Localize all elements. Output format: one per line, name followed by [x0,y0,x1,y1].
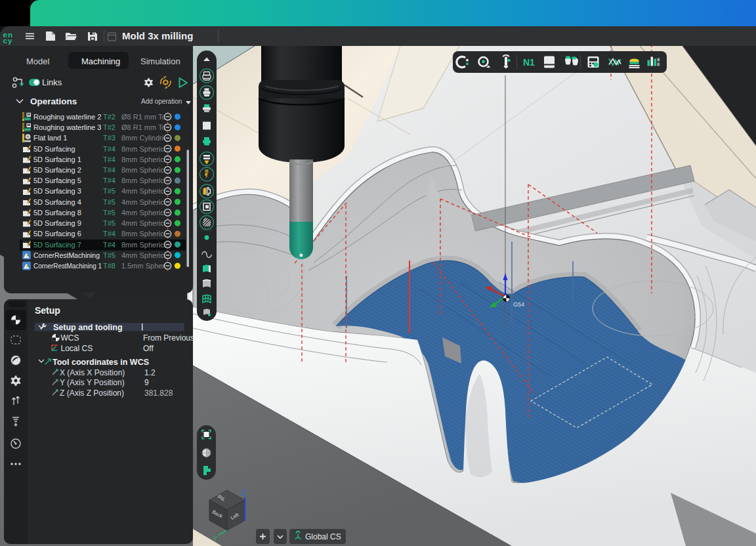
svg-text:5D Surfacing 5: 5D Surfacing 5 [33,177,81,184]
svg-text:Local CS: Local CS [61,344,93,353]
svg-text:Roughing waterline 2: Roughing waterline 2 [33,113,101,121]
svg-text:Tool coordinates in WCS: Tool coordinates in WCS [52,358,149,367]
svg-text:5D Surfacing 1: 5D Surfacing 1 [33,156,81,163]
svg-text:4mm Spherica: 4mm Spherica [121,209,169,217]
svg-text:Setup: Setup [35,305,60,316]
svg-text:T#5: T#5 [103,187,116,195]
svg-text:5D Surfacing 2: 5D Surfacing 2 [33,166,81,174]
svg-text:T#4: T#4 [103,241,116,249]
svg-text:Flat land 1: Flat land 1 [33,134,67,142]
svg-text:T#5: T#5 [103,198,116,206]
svg-text:T#4: T#4 [103,145,116,153]
svg-text:WCS: WCS [61,333,79,343]
svg-text:T#2: T#2 [103,123,116,131]
svg-text:y: y [8,37,12,45]
svg-text:5D Surfacing 9: 5D Surfacing 9 [33,219,81,227]
svg-text:Global CS: Global CS [305,532,341,541]
svg-text:Ø8 R1 mm To‹: Ø8 R1 mm To‹ [121,113,169,121]
svg-text:N1: N1 [523,57,535,68]
svg-text:CornerRestMachining 1: CornerRestMachining 1 [33,262,102,270]
svg-text:8mm Cylindric: 8mm Cylindric [121,134,167,142]
svg-text:T#4: T#4 [103,230,116,238]
svg-text:Mold 3x milling: Mold 3x milling [122,30,193,41]
svg-text:T#4: T#4 [103,156,116,163]
svg-text:T#2: T#2 [103,113,116,121]
svg-text:8mm Spherica: 8mm Spherica [121,241,169,249]
svg-text:8mm Spherica: 8mm Spherica [121,145,169,153]
svg-text:4mm Spherica: 4mm Spherica [121,251,169,259]
svg-text:Z (Axis Z Position): Z (Axis Z Position) [60,388,124,398]
svg-text:Add operation: Add operation [141,98,182,105]
svg-text:CornerRestMachining: CornerRestMachining [33,251,100,259]
svg-text:T#5: T#5 [103,219,116,227]
svg-text:Operations: Operations [30,96,77,106]
svg-text:T#5: T#5 [103,251,116,259]
svg-text:5D Surfacing 8: 5D Surfacing 8 [33,209,81,217]
svg-text:G54: G54 [513,301,524,308]
svg-text:X (Axis X Position): X (Axis X Position) [60,368,125,377]
svg-text:T#3: T#3 [103,134,116,142]
svg-text:Setup and tooling: Setup and tooling [53,323,123,332]
svg-text:9: 9 [144,378,149,387]
svg-text:5D Surfacing 7: 5D Surfacing 7 [33,241,81,249]
svg-text:8mm Spherica: 8mm Spherica [121,230,169,238]
svg-text:Links: Links [42,77,62,87]
svg-text:8mm Spherica: 8mm Spherica [121,177,169,184]
svg-text:T#4: T#4 [103,177,116,184]
svg-text:Ø8 R1 mm To‹: Ø8 R1 mm To‹ [121,123,169,131]
svg-text:c: c [3,37,8,45]
svg-text:T#5: T#5 [103,209,116,217]
svg-text:5D Surfacing 4: 5D Surfacing 4 [33,198,81,206]
svg-text:Off: Off [143,344,154,353]
svg-text:Y: Y [213,535,218,543]
svg-text:1.2: 1.2 [144,368,156,377]
svg-text:5D Surfacing: 5D Surfacing [33,145,75,153]
svg-text:5D Surfacing 3: 5D Surfacing 3 [33,187,81,195]
svg-text:4mm Spherica: 4mm Spherica [121,219,169,227]
svg-text:T#4: T#4 [103,166,116,174]
svg-text:381.828: 381.828 [144,388,173,398]
svg-text:From Previous: From Previous [143,333,193,343]
svg-text:T#8: T#8 [103,262,116,270]
svg-text:4mm Spherica: 4mm Spherica [121,198,169,206]
svg-text:4mm Spherica: 4mm Spherica [121,187,169,195]
svg-text:1.5mm Spheri: 1.5mm Spheri [121,262,166,270]
svg-text:8mm Spherica: 8mm Spherica [121,166,169,174]
svg-text:Z: Z [242,489,246,497]
svg-text:8mm Spherica: 8mm Spherica [121,156,169,163]
svg-text:5D Surfacing 6: 5D Surfacing 6 [33,230,81,238]
svg-text:Y (Axis Y Position): Y (Axis Y Position) [60,378,125,387]
svg-text:Roughing waterline 3: Roughing waterline 3 [33,123,101,131]
